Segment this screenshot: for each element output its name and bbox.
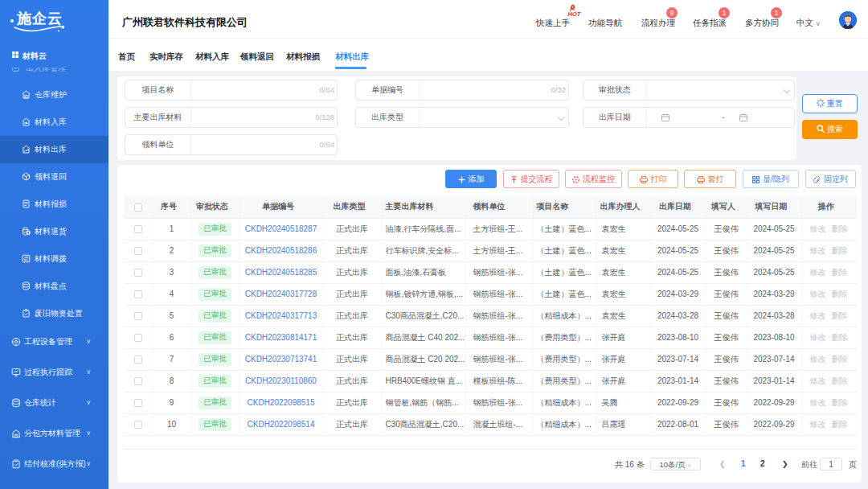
svg-text:HOT: HOT <box>568 10 582 17</box>
